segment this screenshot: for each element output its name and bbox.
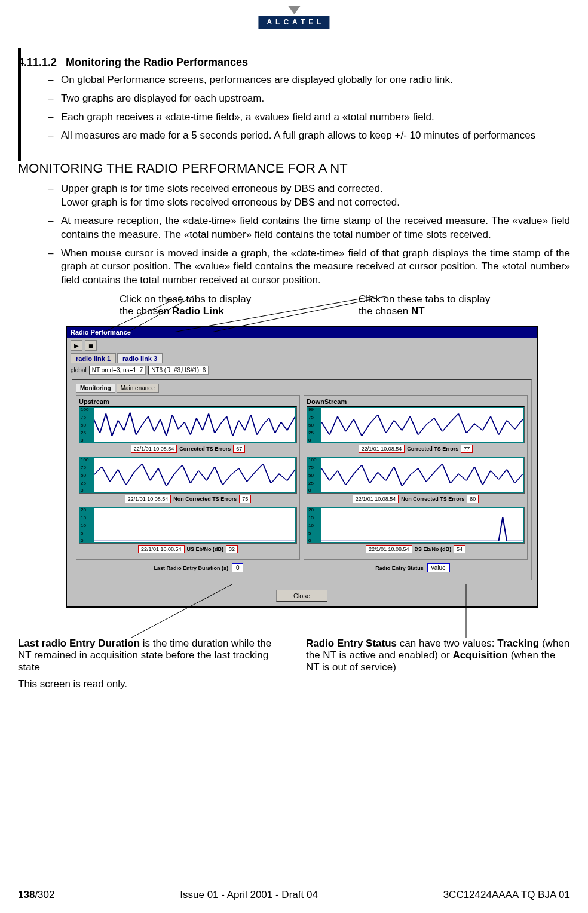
callout-bold: Tracking [497,638,539,649]
close-button[interactable]: Close [276,590,327,602]
downstream-panel: DownStream 997550250 22/1/01 10.08.54 Co… [304,395,528,560]
value-field: 67 [233,445,245,453]
window-titlebar: Radio Performance [67,327,537,338]
tab-radio-link-1[interactable]: radio link 1 [71,353,116,363]
value-field: 77 [461,445,473,453]
section-heading: 4.11.1.2 Monitoring the Radio Performanc… [18,56,570,69]
chart-upstream-ebno: 20151050 [79,507,297,544]
callout-text: Click on these tabs to display [120,293,251,305]
value-field: 80 [467,495,479,503]
list-item: Two graphs are displayed for each upstre… [48,92,570,106]
logo-triangle-icon [288,6,300,14]
chart-downstream-noncorrected: 1007550250 [307,456,525,494]
ytick: 100 [81,407,88,412]
ytick: 5 [308,531,314,536]
ytick: 75 [308,415,314,420]
chart-upstream-noncorrected: 1007550250 [79,456,297,494]
ytick: 10 [308,523,314,528]
radio-link-tabs: radio link 1 radio link 3 [67,353,537,363]
ytick: 50 [81,422,88,428]
list-item: All measures are made for a 5 seconds pe… [48,129,570,143]
page-number: 138/302 [18,889,54,901]
callout-text: can have two values: [397,638,497,649]
ytick: 50 [308,422,314,428]
ytick: 0 [81,437,88,443]
radio-performance-window: Radio Performance ▶ ◼ radio link 1 radio… [66,326,538,608]
ytick: 15 [81,515,86,520]
toolbar-icon[interactable]: ◼ [85,340,97,351]
last-radio-entry-duration: Last Radio Entry Duration (s) 0 [154,563,243,572]
value-field: 32 [226,545,238,553]
ytick: 25 [308,430,314,436]
callout-text: the chosen [359,305,411,317]
ytick: 75 [81,415,88,420]
toolbar-icon[interactable]: ▶ [71,340,82,351]
date-time-field: 22/1/01 10.08.54 [359,445,405,453]
callout-text: Click on these tabs to display [359,293,490,305]
value-field: 54 [454,545,466,553]
date-time-field: 22/1/01 10.08.54 [353,495,399,503]
callout-bold: Radio Entry Status [306,638,397,649]
callout-bold: Last radio Entry Duration [18,638,140,649]
ytick: 0 [81,488,88,493]
ytick: 25 [81,480,88,486]
ytick: 50 [308,473,316,478]
ytick: 100 [81,457,88,462]
chart-label: Non Corrected TS Errors [401,496,464,502]
logo-text: ALCATEL [258,16,329,29]
chart-upstream-corrected: 1007550250 [79,406,297,443]
last-entry-value: 0 [232,563,244,572]
field-label: Last Radio Entry Duration (s) [154,565,228,571]
upstream-panel: Upstream 1007550250 22/1/01 10.08.54 Cor… [76,395,300,560]
value-field: 75 [239,495,251,503]
page-footer: 138/302 Issue 01 - April 2001 - Draft 04… [18,889,570,901]
downstream-title: DownStream [307,397,525,406]
ytick: 25 [308,480,316,486]
ytick: 75 [81,465,88,470]
list-item: Upper graph is for time slots received e… [48,182,570,210]
global-label: global [71,367,87,373]
date-time-field: 22/1/01 10.08.54 [366,545,412,553]
date-time-field: 22/1/01 10.08.54 [131,445,177,453]
tab-monitoring[interactable]: Monitoring [76,384,115,393]
field-label: Radio Entry Status [375,565,424,571]
date-time-field: 22/1/01 10.08.54 [138,545,185,553]
ytick: 50 [81,473,88,478]
ytick: 15 [308,515,314,520]
chart-label: DS Eb/No (dB) [415,546,452,552]
tab-maintenance[interactable]: Maintenance [117,384,159,393]
ytick: 0 [308,538,314,543]
chart-downstream-ebno: 20151050 [307,507,525,544]
ytick: 0 [308,437,314,443]
nt-tab-1[interactable]: NT on rl=3, us=1: 7 [89,366,146,375]
status-value: value [427,563,450,572]
ytick: 20 [308,507,314,513]
footer-right: 3CC12424AAAA TQ BJA 01 [443,889,570,901]
section-number: 4.11.1.2 [18,56,57,68]
bullet-list-a: On global Performance screens, performan… [18,73,570,143]
ytick: 100 [308,457,316,462]
section-title: Monitoring the Radio Performances [66,56,248,68]
list-item: On global Performance screens, performan… [48,73,570,87]
callout-nt: Click on these tabs to display the chose… [359,293,538,317]
tab-radio-link-3[interactable]: radio link 3 [117,353,163,363]
ytick: 25 [81,430,88,436]
nt-tab-2[interactable]: NT6 (RL#3,US#1): 6 [148,366,209,375]
bullet-list-b: Upper graph is for time slots received e… [18,182,570,288]
readonly-note: This screen is read only. [18,678,570,690]
callout-text: the chosen [120,305,172,317]
brand-logo: ALCATEL [258,6,329,29]
chart-label: Corrected TS Errors [179,446,231,452]
footer-center: Issue 01 - April 2001 - Draft 04 [180,889,318,901]
subsection-heading: MONITORING THE RADIO PERFORMANCE FOR A N… [18,161,570,176]
ytick: 75 [308,465,316,470]
upstream-title: Upstream [79,397,297,406]
chart-label: US Eb/No (dB) [187,546,224,552]
list-item: At measure reception, the «date-time» fi… [48,215,570,242]
change-bar [18,48,21,161]
window-toolbar: ▶ ◼ [67,338,537,353]
list-item: Each graph receives a «date-time field»,… [48,111,570,124]
ytick: 99 [308,407,314,412]
date-time-field: 22/1/01 10.08.54 [125,495,172,503]
chart-downstream-corrected: 997550250 [307,406,525,443]
